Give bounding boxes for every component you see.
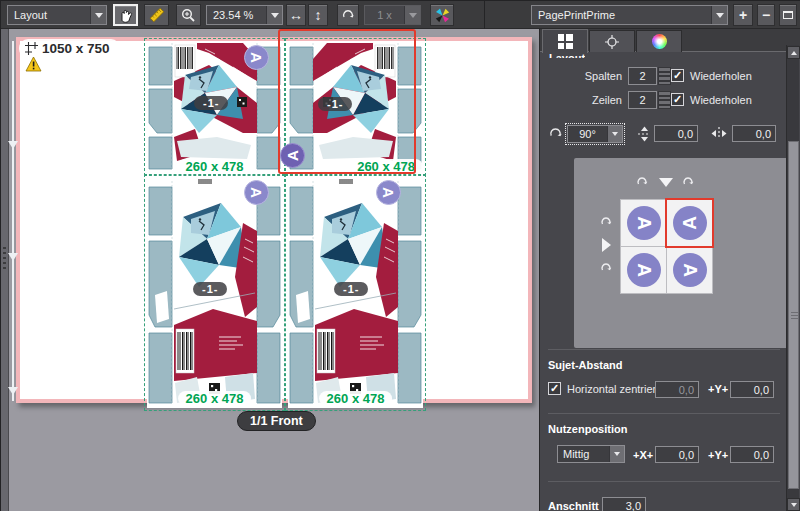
columns-repeat-checkbox[interactable]: ✓	[671, 69, 684, 82]
tab-position[interactable]	[589, 30, 635, 52]
rotate-ccw-icon[interactable]	[636, 176, 648, 188]
orientation-cell-top-left[interactable]: A	[621, 200, 666, 246]
artwork-unit-bottom-right[interactable]: A -1- 260 x 478	[288, 177, 423, 408]
fit-width-button[interactable]: ↔	[286, 4, 306, 26]
orientation-cell-bottom-right[interactable]: A	[667, 247, 712, 293]
scroll-down-button[interactable]	[787, 498, 800, 511]
position-x-field[interactable]: 0,0	[655, 446, 699, 463]
chevron-down-icon	[404, 6, 420, 24]
vertical-arrows-icon: ↕	[315, 7, 322, 23]
horizontal-center-label: Horizontal zentrieren	[567, 383, 669, 395]
tab-color[interactable]	[636, 30, 682, 52]
pan-tool-button[interactable]	[113, 4, 138, 26]
scroll-up-button[interactable]	[787, 46, 800, 59]
preset-value: PagePrintPrime	[532, 9, 711, 21]
stepper-up-button[interactable]	[658, 91, 671, 100]
section-divider	[548, 349, 780, 350]
rotate-cw-icon[interactable]	[682, 176, 694, 188]
zoom-level-value: 23.54 %	[207, 9, 266, 21]
artwork-unit-top-left[interactable]: A -1- 260 x 478	[147, 41, 282, 173]
zoom-tool-button[interactable]	[176, 4, 201, 26]
rows-value[interactable]: 2	[628, 91, 657, 109]
vertical-gap-icon	[637, 126, 652, 142]
subject-y-label: +Y+	[708, 383, 728, 395]
rotate-view-button[interactable]	[337, 4, 359, 26]
vertical-gap-field[interactable]: 0,0	[654, 125, 698, 142]
orientation-grid: A A A A	[620, 199, 713, 294]
marker-letter: A	[248, 52, 265, 63]
rotation-select[interactable]: 90°	[567, 125, 623, 143]
flip-horizontal-icon[interactable]	[602, 238, 611, 252]
preset-add-button[interactable]: +	[733, 4, 753, 26]
feed-arrow-icon	[8, 141, 18, 149]
alignment-select[interactable]: Mittig	[557, 445, 625, 463]
columns-label: Spalten	[554, 70, 622, 82]
stepper-down-button[interactable]	[658, 100, 671, 109]
layout-canvas[interactable]: A -1- 260 x 478 A -1- 260 x 478 A -1- 26…	[1, 29, 539, 511]
horizontal-center-checkbox[interactable]: ✓	[548, 382, 561, 395]
page-number-badge: -1-	[334, 282, 368, 296]
horizontal-gap-field[interactable]: 0,0	[732, 125, 776, 142]
alignment-value: Mittig	[558, 448, 609, 460]
orientation-glyph: A	[673, 253, 707, 287]
columns-stepper[interactable]: 2	[628, 67, 671, 85]
chevron-down-icon[interactable]	[266, 6, 282, 24]
warning-icon	[25, 56, 42, 72]
preset-select[interactable]: PagePrintPrime	[531, 5, 728, 25]
rotate-ccw-icon[interactable]	[600, 216, 612, 228]
page-number-badge: -1-	[194, 96, 228, 110]
left-splitter[interactable]	[1, 29, 9, 511]
check-icon: ✓	[550, 382, 559, 394]
rotation-value: 90°	[568, 128, 607, 140]
tool-mode-value: Layout	[8, 9, 90, 21]
hand-icon	[118, 7, 133, 23]
orientation-cell-top-right[interactable]: A	[667, 200, 712, 246]
feed-arrow-icon	[8, 253, 18, 261]
color-management-button[interactable]	[430, 4, 454, 26]
unit-size-label: 260 x 478	[178, 159, 252, 174]
rows-stepper[interactable]: 2	[628, 91, 671, 109]
sheet-side-indicator[interactable]: 1/1 Front	[237, 411, 316, 431]
panel-scrollbar[interactable]	[786, 45, 799, 511]
chevron-down-icon[interactable]	[607, 126, 622, 142]
top-toolbar: Layout 23.54 %	[1, 1, 800, 29]
tool-mode-select[interactable]: Layout	[7, 5, 107, 25]
fit-height-button[interactable]: ↕	[308, 4, 328, 26]
flip-vertical-icon[interactable]	[659, 178, 673, 187]
settings-panel: Layout Spalten 2 ✓ Wiederholen Zeilen 2 …	[539, 29, 800, 511]
section-divider	[548, 413, 780, 414]
window-icon	[783, 11, 793, 19]
selection-rectangle[interactable]	[278, 29, 416, 174]
nup-position-header: Nutzenposition	[548, 423, 627, 435]
artwork-unit-bottom-left[interactable]: A -1- 260 x 478	[147, 177, 282, 408]
horizontal-gap-icon	[711, 126, 727, 141]
measure-tool-button[interactable]	[144, 4, 169, 26]
feed-direction-line	[12, 41, 14, 401]
panel-tab-strip	[540, 29, 800, 52]
orientation-glyph: A	[627, 253, 661, 287]
chevron-down-icon[interactable]	[711, 6, 727, 24]
preset-remove-button[interactable]: −	[757, 4, 775, 26]
chevron-down-icon[interactable]	[609, 446, 624, 462]
sheet-size-text: 1050 x 750	[42, 41, 110, 56]
subject-y-spacing-field[interactable]: 0,0	[730, 381, 774, 398]
check-icon: ✓	[673, 93, 682, 105]
position-y-field[interactable]: 0,0	[730, 446, 774, 463]
stepper-down-button[interactable]	[658, 76, 671, 85]
color-wheel-icon	[652, 34, 667, 49]
stepper-up-button[interactable]	[658, 67, 671, 76]
tab-layout[interactable]	[542, 29, 588, 53]
window-button[interactable]	[779, 4, 797, 26]
zoom-level-select[interactable]: 23.54 %	[206, 5, 283, 25]
orientation-cell-bottom-left[interactable]: A	[621, 247, 666, 293]
chevron-down-icon[interactable]	[90, 6, 106, 24]
bleed-field[interactable]: 3,0	[602, 497, 646, 511]
splitter-grip-icon	[3, 247, 6, 269]
rows-repeat-checkbox[interactable]: ✓	[671, 93, 684, 106]
plus-icon: +	[739, 7, 747, 23]
minus-icon: −	[762, 7, 770, 23]
rotate-cw-icon[interactable]	[600, 262, 612, 274]
toolbar-separator	[484, 1, 485, 29]
columns-value[interactable]: 2	[628, 67, 657, 85]
scrollbar-thumb[interactable]	[788, 141, 799, 489]
